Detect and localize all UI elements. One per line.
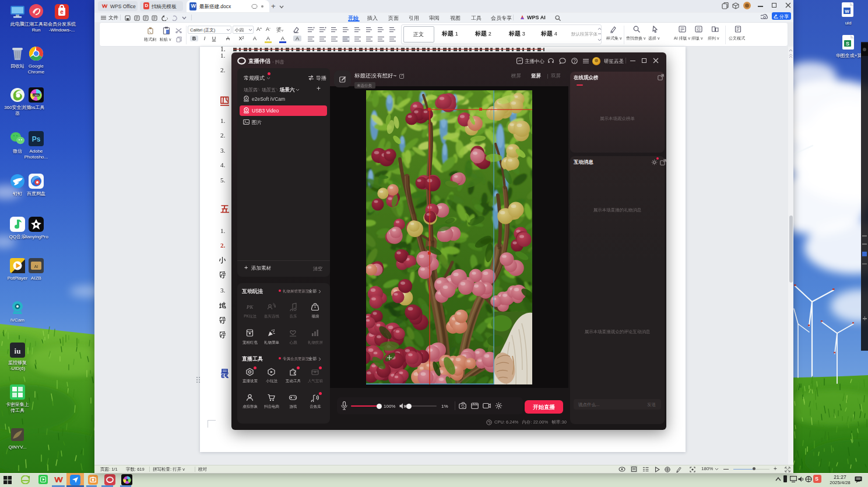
svg-text:Ps: Ps (32, 135, 41, 143)
svg-text:W: W (845, 9, 849, 14)
svg-text:S: S (846, 41, 849, 47)
svg-text:iu: iu (15, 347, 21, 355)
svg-text:OBS: OBS (33, 94, 38, 97)
svg-text:e: e (60, 9, 64, 15)
svg-text:PK: PK (247, 304, 254, 310)
svg-text:AI: AI (34, 264, 38, 269)
